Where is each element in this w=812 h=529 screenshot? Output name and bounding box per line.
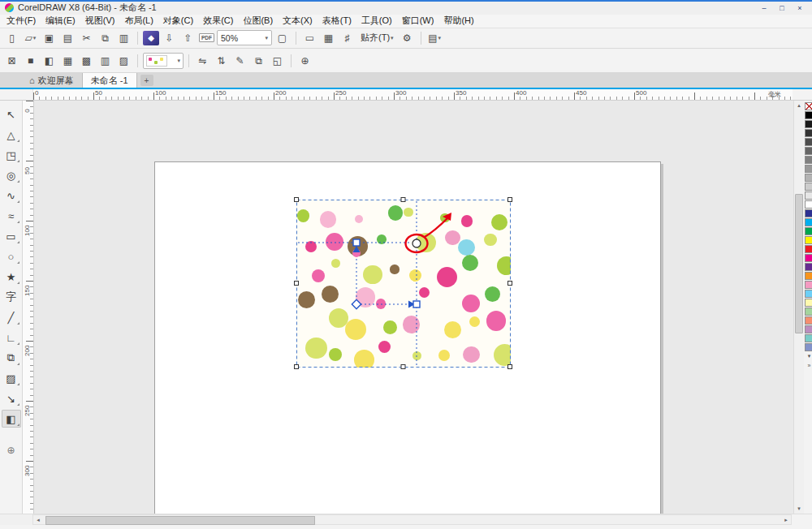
menu-tools[interactable]: 工具(O) <box>356 14 397 28</box>
no-fill-button[interactable]: ⊠ <box>3 53 20 69</box>
drop-shadow-tool[interactable]: ⧉ <box>2 349 21 367</box>
transparency-tool[interactable]: ▨ <box>2 369 21 387</box>
color-swatch[interactable] <box>805 147 812 155</box>
maximize-button[interactable]: □ <box>776 3 788 13</box>
color-swatch[interactable] <box>805 334 812 342</box>
tab-untitled-document[interactable]: 未命名 -1 <box>83 73 137 88</box>
connector-tool[interactable]: ∟ <box>2 329 21 346</box>
selection-handle-middle-left[interactable] <box>295 282 299 286</box>
show-grid-button[interactable]: ▦ <box>320 30 337 46</box>
fountain-fill-button[interactable]: ◧ <box>41 53 58 69</box>
zoom-tool[interactable]: ◎ <box>2 166 21 184</box>
color-swatch[interactable] <box>805 165 812 173</box>
selection-handle-top-left[interactable] <box>295 198 299 202</box>
color-swatch[interactable] <box>805 138 812 146</box>
drawing-canvas[interactable] <box>34 101 793 514</box>
color-swatch[interactable] <box>805 191 812 200</box>
selection-handle-bottom-left[interactable] <box>295 365 299 369</box>
vertical-scroll-thumb[interactable] <box>795 194 803 333</box>
horizontal-ruler[interactable]: 毫米 050100150200250300350400450500 <box>33 89 793 100</box>
scroll-left-button[interactable]: ◂ <box>33 515 43 524</box>
scroll-right-button[interactable]: ▸ <box>781 515 791 524</box>
color-swatch[interactable] <box>805 316 812 325</box>
color-swatch[interactable] <box>805 290 812 298</box>
menu-view[interactable]: 视图(V) <box>80 14 120 28</box>
search-content-button[interactable]: ◆ <box>143 31 159 45</box>
color-swatch[interactable] <box>805 254 812 262</box>
vertical-ruler[interactable]: 050100150200250300 <box>23 101 34 514</box>
vertical-scrollbar[interactable]: ▴ ▾ <box>793 101 804 514</box>
menu-help[interactable]: 帮助(H) <box>438 14 478 28</box>
color-swatch[interactable] <box>805 281 812 289</box>
pick-tool[interactable]: ↖ <box>2 105 21 123</box>
color-swatch[interactable] <box>805 236 812 244</box>
selection-handle-middle-right[interactable] <box>508 282 512 286</box>
full-screen-preview-button[interactable]: ▢ <box>274 30 291 46</box>
ellipse-tool[interactable]: ○ <box>2 247 21 265</box>
color-swatch[interactable] <box>805 183 812 191</box>
print-button[interactable]: ▤ <box>59 30 76 46</box>
parallel-dimension-tool[interactable]: ╱ <box>2 308 21 326</box>
quick-customize-button[interactable]: ▤▾ <box>426 30 443 46</box>
color-swatch[interactable] <box>805 120 812 128</box>
fill-skew-handle[interactable] <box>352 300 361 309</box>
selection-handle-top-center[interactable] <box>401 198 405 202</box>
color-swatch-none[interactable] <box>805 102 812 110</box>
color-swatch[interactable] <box>805 308 812 316</box>
text-tool[interactable]: 字 <box>2 288 21 306</box>
mirror-fill-vertically-button[interactable]: ⇅ <box>213 53 230 69</box>
color-swatch[interactable] <box>805 218 812 226</box>
show-guidelines-button[interactable]: ♯ <box>339 30 356 46</box>
fill-start-node-handle[interactable] <box>353 239 360 246</box>
copy-fill-properties-button[interactable]: ⧉ <box>250 53 267 69</box>
freehand-tool[interactable]: ∿ <box>2 187 21 204</box>
customize-property-bar-button[interactable]: ⊕ <box>296 53 313 69</box>
texture-fill-button[interactable]: ▨ <box>115 53 132 69</box>
fill-end-node-handle[interactable] <box>413 301 420 308</box>
close-button[interactable]: × <box>794 3 806 13</box>
selection-handle-bottom-center[interactable] <box>401 365 405 369</box>
mirror-fill-horizontally-button[interactable]: ⇋ <box>194 53 211 69</box>
export-button[interactable]: ⇧ <box>179 30 197 46</box>
fill-rotation-handle[interactable] <box>412 239 421 247</box>
vector-pattern-fill-button[interactable]: ▦ <box>59 53 76 69</box>
scroll-down-button[interactable]: ▾ <box>794 504 804 514</box>
rectangle-tool[interactable]: ▭ <box>2 227 21 245</box>
copy-button[interactable]: ⧉ <box>97 30 114 46</box>
dropdown-caret-icon[interactable]: ▾ <box>265 35 268 41</box>
menu-text[interactable]: 文本(X) <box>278 14 317 28</box>
menu-table[interactable]: 表格(T) <box>317 14 356 28</box>
horizontal-scrollbar[interactable]: ◂ ▸ <box>32 514 792 525</box>
interactive-fill-tool[interactable]: ◧ <box>2 410 21 428</box>
color-eyedropper-tool[interactable]: ↘ <box>2 389 21 407</box>
scale-fill-with-object-button[interactable]: ◱ <box>269 53 286 69</box>
fill-picker-button[interactable]: ▾ <box>143 53 184 69</box>
import-button[interactable]: ⇩ <box>161 30 178 46</box>
edit-fill-button[interactable]: ✎ <box>231 53 248 69</box>
show-rulers-button[interactable]: ▭ <box>301 30 318 46</box>
menu-file[interactable]: 文件(F) <box>2 14 41 28</box>
color-swatch[interactable] <box>805 129 812 137</box>
selection-handle-top-right[interactable] <box>508 198 512 202</box>
palette-scroll-down-button[interactable]: ▾ <box>805 352 812 360</box>
new-document-button[interactable]: ▯ <box>3 30 20 46</box>
tab-welcome-screen[interactable]: ⌂ 欢迎屏幕 <box>21 73 83 88</box>
cut-button[interactable]: ✂ <box>78 30 95 46</box>
menu-effects[interactable]: 效果(C) <box>198 14 238 28</box>
color-swatch[interactable] <box>805 111 812 119</box>
menu-window[interactable]: 窗口(W) <box>397 14 439 28</box>
artistic-media-tool[interactable]: ≈ <box>2 207 21 225</box>
options-button[interactable]: ⚙ <box>399 30 416 46</box>
selection-handle-bottom-right[interactable] <box>508 365 512 369</box>
toolbox-customize-button[interactable]: ⊕ <box>2 441 21 459</box>
scroll-up-button[interactable]: ▴ <box>794 101 804 110</box>
uniform-fill-button[interactable]: ■ <box>22 53 39 69</box>
color-swatch[interactable] <box>805 343 812 351</box>
dropdown-caret-icon[interactable]: ▾ <box>177 58 180 64</box>
paste-button[interactable]: ▥ <box>115 30 132 46</box>
color-swatch[interactable] <box>805 263 812 271</box>
open-document-button[interactable]: ▱▾ <box>22 30 39 46</box>
menu-layout[interactable]: 布局(L) <box>119 14 158 28</box>
zoom-level-button[interactable]: 50%▾ <box>217 30 272 45</box>
color-swatch[interactable] <box>805 156 812 164</box>
